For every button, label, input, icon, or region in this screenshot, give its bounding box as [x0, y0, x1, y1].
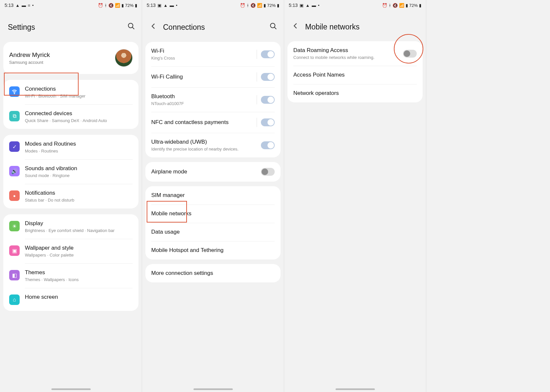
home-indicator[interactable]	[51, 388, 91, 390]
page-title: Mobile networks	[305, 23, 419, 31]
settings-group-3: ☀ Display Brightness · Eye comfort shiel…	[3, 214, 138, 311]
row-uwb[interactable]: Ultra-wideband (UWB) Identify the precis…	[145, 133, 281, 157]
status-left: 5:13 ▣ ▲ ▬ •	[289, 3, 320, 8]
row-sub: Modes · Routines	[25, 149, 133, 153]
settings-group-1: Connections Wi-Fi · Bluetooth · SIM mana…	[3, 80, 138, 129]
row-data-usage[interactable]: Data usage	[145, 223, 281, 241]
row-title: Mobile Hotspot and Tethering	[151, 247, 271, 254]
connections-group-2: Airplane mode	[145, 162, 281, 182]
row-hotspot[interactable]: Mobile Hotspot and Tethering	[145, 241, 281, 259]
row-bluetooth[interactable]: Bluetooth NTouch-a01007F	[145, 87, 281, 112]
row-airplane[interactable]: Airplane mode	[145, 162, 281, 182]
sun-icon: ☀	[9, 221, 20, 231]
signal-icon: ▮	[121, 3, 124, 8]
row-wifi-calling[interactable]: Wi-Fi Calling	[145, 66, 281, 87]
home-indicator[interactable]	[193, 388, 233, 390]
divider	[257, 50, 257, 59]
row-mobile-networks[interactable]: Mobile networks	[145, 205, 281, 223]
page-title: Connections	[163, 23, 269, 32]
nfc-toggle[interactable]	[261, 118, 275, 126]
wifi-calling-toggle[interactable]	[261, 73, 275, 81]
mute-icon: 🔇	[250, 3, 256, 8]
battery-text: 72%	[409, 3, 418, 8]
devices-icon: ⧉	[9, 111, 20, 121]
bell-icon: ●	[9, 190, 20, 201]
row-sub: Connect to mobile networks while roaming…	[293, 55, 400, 60]
row-sounds[interactable]: 🔊 Sounds and vibration Sound mode · Ring…	[3, 159, 138, 184]
row-sub: King's Cross	[151, 56, 249, 61]
alarm-icon: ⏰	[98, 3, 103, 8]
row-title: Connected devices	[25, 110, 133, 117]
wifi-toggle[interactable]	[261, 50, 275, 58]
search-icon[interactable]	[269, 22, 277, 32]
image-icon: ▣	[9, 245, 20, 256]
home-indicator[interactable]	[336, 388, 375, 390]
wifi-status-icon: 📶	[115, 3, 120, 8]
uwb-toggle[interactable]	[261, 141, 275, 149]
grid-icon: ⌗	[28, 3, 30, 8]
connections-header: Connections	[142, 9, 284, 42]
search-icon[interactable]	[127, 22, 135, 32]
bluetooth-toggle[interactable]	[261, 96, 275, 104]
avatar[interactable]	[115, 49, 133, 67]
dot-icon: •	[318, 3, 320, 8]
account-name: Andrew Myrick	[9, 51, 115, 59]
row-sim[interactable]: SIM manager	[145, 186, 281, 205]
account-card[interactable]: Andrew Myrick Samsung account	[3, 42, 138, 74]
screen-settings: 5:13 ▲ ▬ ⌗ • ⏰ ᚼ 🔇 📶 ▮ 72% ▮ Settings An…	[0, 0, 142, 392]
mobile-networks-group: Data Roaming Access Connect to mobile ne…	[287, 41, 423, 102]
row-home-screen[interactable]: ⌂ Home screen	[3, 288, 138, 311]
alarm-icon: ⏰	[382, 3, 387, 8]
svg-point-0	[128, 23, 133, 28]
settings-header: Settings	[0, 9, 142, 42]
row-title: NFC and contactless payments	[151, 119, 249, 126]
row-modes[interactable]: ✓ Modes and Routines Modes · Routines	[3, 135, 138, 159]
row-sub: Themes · Wallpapers · Icons	[25, 277, 133, 282]
mute-icon: 🔇	[393, 3, 398, 8]
status-time: 5:13	[5, 3, 13, 8]
row-themes[interactable]: ◧ Themes Themes · Wallpapers · Icons	[3, 263, 138, 288]
airplane-toggle[interactable]	[261, 168, 275, 176]
svg-line-4	[274, 27, 276, 29]
nav-arrow-icon: ▲	[15, 3, 20, 8]
row-nfc[interactable]: NFC and contactless payments	[145, 112, 281, 133]
row-title: Themes	[25, 269, 133, 276]
row-notifications[interactable]: ● Notifications Status bar · Do not dist…	[3, 184, 138, 208]
screen-mobile-networks: 5:13 ▣ ▲ ▬ • ⏰ ᚼ 🔇 📶 ▮ 72% ▮ Mobile netw…	[284, 0, 426, 392]
row-title: Network operators	[293, 90, 413, 97]
row-title: Bluetooth	[151, 93, 249, 100]
speaker-icon: 🔊	[9, 166, 20, 176]
row-wifi[interactable]: Wi-Fi King's Cross	[145, 42, 281, 66]
rect-icon: ▬	[22, 3, 26, 8]
bluetooth-icon: ᚼ	[104, 3, 107, 8]
row-wallpaper[interactable]: ▣ Wallpaper and style Wallpapers · Color…	[3, 239, 138, 263]
wifi-icon	[9, 86, 20, 97]
divider	[257, 95, 257, 104]
roaming-toggle[interactable]	[403, 50, 417, 58]
row-apn[interactable]: Access Point Names	[287, 66, 423, 84]
row-network-operators[interactable]: Network operators	[287, 84, 423, 102]
row-data-roaming[interactable]: Data Roaming Access Connect to mobile ne…	[287, 41, 423, 66]
alarm-icon: ⏰	[240, 3, 245, 8]
settings-group-2: ✓ Modes and Routines Modes · Routines 🔊 …	[3, 135, 138, 208]
status-bar: 5:13 ▣ ▲ ▬ • ⏰ ᚼ 🔇 📶 ▮ 72% ▮	[284, 0, 426, 9]
battery-icon: ▮	[135, 3, 137, 8]
back-button[interactable]	[150, 23, 157, 32]
home-icon: ⌂	[9, 294, 20, 305]
rect-icon: ▬	[170, 3, 174, 8]
row-title: Access Point Names	[293, 72, 413, 78]
mute-icon: 🔇	[108, 3, 114, 8]
back-button[interactable]	[292, 22, 299, 31]
row-connections[interactable]: Connections Wi-Fi · Bluetooth · SIM mana…	[3, 80, 138, 104]
row-sub: Identify the precise location of nearby …	[151, 147, 258, 151]
palette-icon: ◧	[9, 270, 20, 280]
bluetooth-icon: ᚼ	[247, 3, 249, 8]
row-sub: Status bar · Do not disturb	[25, 198, 133, 203]
row-title: Data Roaming Access	[293, 47, 400, 54]
row-display[interactable]: ☀ Display Brightness · Eye comfort shiel…	[3, 214, 138, 239]
dot-icon: •	[176, 3, 177, 8]
divider	[257, 118, 257, 127]
row-more-connection[interactable]: More connection settings	[145, 264, 281, 282]
wifi-status-icon: 📶	[257, 3, 262, 8]
row-connected-devices[interactable]: ⧉ Connected devices Quick Share · Samsun…	[3, 104, 138, 129]
